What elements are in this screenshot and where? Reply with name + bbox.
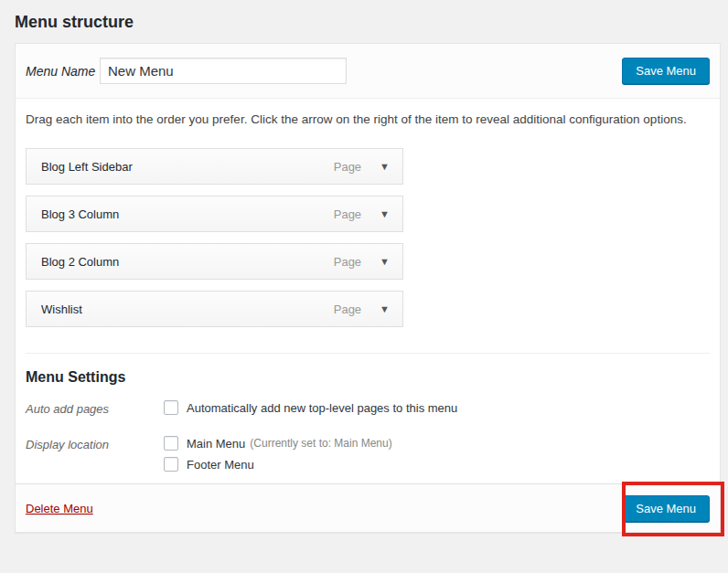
menu-name-label: Menu Name	[26, 64, 100, 79]
auto-add-pages-option: Automatically add new top-level pages to…	[164, 400, 457, 415]
page-title: Menu structure	[15, 13, 134, 32]
main-menu-current-note: (Currently set to: Main Menu)	[250, 437, 391, 450]
display-location-field: Main Menu (Currently set to: Main Menu) …	[164, 436, 392, 478]
chevron-down-icon[interactable]: ▼	[380, 304, 390, 314]
section-divider	[26, 353, 710, 354]
save-menu-button-bottom[interactable]: Save Menu	[622, 495, 710, 522]
menu-items-list: Blog Left Sidebar Page ▼ Blog 3 Column P…	[26, 148, 403, 327]
menu-item-type: Page	[334, 255, 361, 269]
menu-name-header: Menu Name Save Menu	[16, 44, 720, 99]
menu-item-row[interactable]: Wishlist Page ▼	[26, 291, 403, 327]
auto-add-pages-label: Auto add pages	[26, 400, 164, 421]
main-menu-checkbox[interactable]	[164, 436, 178, 451]
main-menu-option: Main Menu (Currently set to: Main Menu)	[164, 436, 392, 451]
menu-structure-panel: Menu Name Save Menu Drag each item into …	[15, 43, 721, 533]
chevron-down-icon[interactable]: ▼	[380, 162, 390, 172]
chevron-down-icon[interactable]: ▼	[380, 209, 390, 219]
auto-add-pages-checkbox[interactable]	[164, 400, 178, 415]
save-menu-button-top[interactable]: Save Menu	[622, 58, 710, 84]
menu-item-row[interactable]: Blog Left Sidebar Page ▼	[26, 148, 403, 185]
auto-add-pages-option-label: Automatically add new top-level pages to…	[187, 401, 457, 415]
display-location-row: Display location Main Menu (Currently se…	[26, 436, 710, 478]
menu-name-input[interactable]	[100, 58, 347, 84]
menu-item-type: Page	[334, 160, 361, 174]
menu-item-type: Page	[334, 207, 361, 221]
display-location-label: Display location	[26, 436, 164, 478]
menu-item-row[interactable]: Blog 3 Column Page ▼	[26, 196, 403, 232]
footer-menu-option: Footer Menu	[164, 457, 392, 472]
footer-menu-option-label: Footer Menu	[187, 458, 254, 472]
menu-item-title: Wishlist	[41, 302, 334, 316]
menu-item-row[interactable]: Blog 2 Column Page ▼	[26, 243, 403, 280]
main-menu-option-label: Main Menu	[187, 437, 245, 451]
footer-menu-checkbox[interactable]	[164, 457, 178, 472]
delete-menu-link[interactable]: Delete Menu	[26, 502, 93, 515]
menu-settings-heading: Menu Settings	[26, 369, 710, 386]
menu-item-type: Page	[334, 302, 361, 316]
chevron-down-icon[interactable]: ▼	[380, 257, 390, 267]
menu-item-title: Blog Left Sidebar	[41, 160, 334, 174]
panel-body: Drag each item into the order you prefer…	[16, 111, 720, 478]
drag-instructions: Drag each item into the order you prefer…	[26, 111, 710, 127]
menu-item-title: Blog 3 Column	[41, 207, 334, 221]
menu-item-title: Blog 2 Column	[41, 255, 334, 269]
auto-add-pages-field: Automatically add new top-level pages to…	[164, 400, 457, 421]
panel-footer: Delete Menu Save Menu	[16, 483, 720, 532]
auto-add-pages-row: Auto add pages Automatically add new top…	[26, 400, 710, 421]
